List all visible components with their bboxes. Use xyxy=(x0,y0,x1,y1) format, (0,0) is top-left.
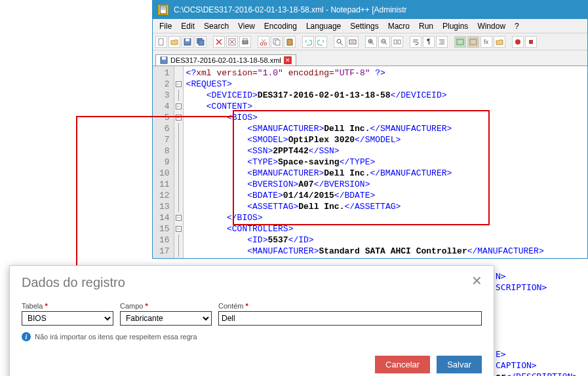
folder-icon[interactable] xyxy=(494,36,505,48)
dialog-body: Tabela * BIOS Campo * Fabricante Contém … xyxy=(10,302,494,350)
undo-icon[interactable] xyxy=(302,36,314,48)
save-state-icon xyxy=(160,56,168,64)
func-icon[interactable]: fx xyxy=(480,36,492,48)
svg-rect-7 xyxy=(199,40,204,45)
redo-icon[interactable] xyxy=(315,36,327,48)
dialog-title: Dados do registro xyxy=(22,275,125,290)
svg-line-23 xyxy=(372,43,374,45)
zoomin-icon[interactable] xyxy=(365,36,377,48)
svg-rect-33 xyxy=(470,39,477,45)
saveall-icon[interactable] xyxy=(195,36,206,48)
campo-select[interactable]: Fabricante xyxy=(120,311,212,326)
close-icon[interactable] xyxy=(213,36,225,48)
annotation-box xyxy=(233,110,490,225)
tab-close-icon[interactable]: ✕ xyxy=(284,56,292,64)
dialog-note: i Não irá importar os itens que respeite… xyxy=(22,332,482,341)
campo-label: Campo * xyxy=(120,302,212,310)
svg-rect-14 xyxy=(275,40,280,45)
tabela-label: Tabela * xyxy=(22,302,113,310)
code-fragment: N> SCRIPTION> xyxy=(496,271,547,293)
separator xyxy=(507,36,511,48)
allchars-icon[interactable]: ¶ xyxy=(423,36,435,48)
toolbar: ¶ fx xyxy=(153,33,587,50)
svg-line-26 xyxy=(385,43,387,45)
separator xyxy=(297,36,301,48)
find-icon[interactable] xyxy=(334,36,345,48)
menu-help[interactable]: ? xyxy=(511,20,523,32)
svg-line-18 xyxy=(340,43,343,45)
separator xyxy=(252,36,256,48)
open-icon[interactable] xyxy=(168,36,180,48)
menu-search[interactable]: Search xyxy=(200,20,233,32)
svg-rect-32 xyxy=(457,39,463,45)
separator xyxy=(449,36,453,48)
svg-rect-9 xyxy=(243,41,248,44)
code-fragment: E> CAPTION> er</DESCRIPTION> xyxy=(496,348,578,376)
contem-input[interactable] xyxy=(218,311,482,326)
tab-label: DES317-2016-02-01-13-18-58.xml xyxy=(170,56,281,64)
dialog-header: Dados do registro × xyxy=(10,266,494,297)
line-gutter: 1234567891011121314151617 xyxy=(153,66,174,258)
field-tabela: Tabela * BIOS xyxy=(22,302,113,326)
svg-rect-15 xyxy=(287,39,292,45)
registry-dialog: Dados do registro × Tabela * BIOS Campo … xyxy=(9,265,494,376)
separator xyxy=(328,36,332,48)
print-icon[interactable] xyxy=(239,36,251,48)
titlebar: C:\OCS\DES317-2016-02-01-13-18-58.xml - … xyxy=(153,1,587,19)
field-campo: Campo * Fabricante xyxy=(120,302,212,326)
menu-edit[interactable]: Edit xyxy=(177,20,199,32)
menu-macro[interactable]: Macro xyxy=(384,20,414,32)
file-tab[interactable]: DES317-2016-02-01-13-18-58.xml ✕ xyxy=(155,54,296,66)
stop-icon[interactable] xyxy=(525,36,537,48)
lang1-icon[interactable] xyxy=(454,36,466,48)
svg-rect-16 xyxy=(288,39,291,40)
separator xyxy=(208,36,212,48)
separator xyxy=(360,36,364,48)
tabela-select[interactable]: BIOS xyxy=(22,311,113,326)
indent-icon[interactable] xyxy=(436,36,448,48)
zoomout-icon[interactable] xyxy=(378,36,390,48)
menu-window[interactable]: Window xyxy=(473,20,509,32)
contem-label: Contém * xyxy=(218,302,482,310)
svg-point-35 xyxy=(515,39,520,45)
svg-text:fx: fx xyxy=(484,39,489,45)
lang2-icon[interactable] xyxy=(467,36,479,48)
tabbar: DES317-2016-02-01-13-18-58.xml ✕ xyxy=(153,50,587,66)
menu-file[interactable]: File xyxy=(155,20,176,32)
annotation-arrow xyxy=(76,116,233,117)
record-icon[interactable] xyxy=(512,36,524,48)
menu-view[interactable]: View xyxy=(234,20,259,32)
menu-plugins[interactable]: Plugins xyxy=(439,20,472,32)
copy-icon[interactable] xyxy=(271,36,283,48)
save-icon[interactable] xyxy=(182,36,193,48)
menubar: File Edit Search View Encoding Language … xyxy=(153,19,587,33)
paste-icon[interactable] xyxy=(284,36,296,48)
dialog-footer: Cancelar Salvar xyxy=(10,350,494,376)
svg-rect-5 xyxy=(186,39,189,41)
fold-gutter[interactable]: −−−−− xyxy=(174,66,184,258)
note-text: Não irá importar os itens que respeitem … xyxy=(35,333,197,341)
wordwrap-icon[interactable] xyxy=(410,36,421,48)
menu-settings[interactable]: Settings xyxy=(346,20,382,32)
new-icon[interactable] xyxy=(155,36,167,48)
replace-icon[interactable] xyxy=(347,36,359,48)
cut-icon[interactable] xyxy=(258,36,269,48)
info-icon: i xyxy=(22,332,31,341)
save-button[interactable]: Salvar xyxy=(437,356,482,373)
svg-rect-38 xyxy=(162,57,166,60)
svg-rect-28 xyxy=(398,40,401,44)
menu-language[interactable]: Language xyxy=(302,20,345,32)
menu-run[interactable]: Run xyxy=(415,20,437,32)
dialog-close-icon[interactable]: × xyxy=(472,275,482,286)
window-title: C:\OCS\DES317-2016-02-01-13-18-58.xml - … xyxy=(174,5,407,14)
svg-rect-3 xyxy=(159,39,163,45)
separator xyxy=(404,36,408,48)
menu-encoding[interactable]: Encoding xyxy=(260,20,301,32)
cancel-button[interactable]: Cancelar xyxy=(375,356,430,373)
svg-rect-36 xyxy=(529,40,533,44)
closeall-icon[interactable] xyxy=(226,36,238,48)
field-contem: Contém * xyxy=(218,302,482,326)
sync-icon[interactable] xyxy=(391,36,403,48)
svg-rect-10 xyxy=(243,39,247,41)
app-icon xyxy=(158,5,168,15)
